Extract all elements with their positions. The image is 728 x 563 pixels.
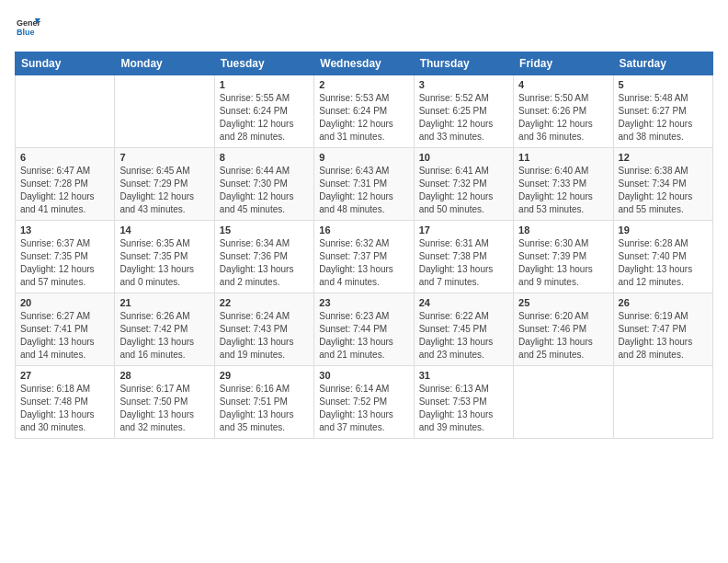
day-info: Sunrise: 6:27 AMSunset: 7:41 PMDaylight:… — [20, 310, 109, 362]
day-number: 23 — [319, 297, 408, 308]
day-number: 11 — [518, 152, 608, 163]
calendar-cell — [115, 75, 214, 148]
day-header-thursday: Thursday — [414, 52, 513, 75]
calendar-week-4: 20Sunrise: 6:27 AMSunset: 7:41 PMDayligh… — [16, 293, 713, 366]
day-info: Sunrise: 6:31 AMSunset: 7:38 PMDaylight:… — [419, 237, 508, 289]
calendar-table: SundayMondayTuesdayWednesdayThursdayFrid… — [15, 52, 713, 439]
calendar-cell: 28Sunrise: 6:17 AMSunset: 7:50 PMDayligh… — [115, 366, 214, 439]
day-number: 14 — [119, 224, 209, 236]
logo: General Blue — [15, 15, 40, 40]
calendar-cell: 23Sunrise: 6:23 AMSunset: 7:44 PMDayligh… — [314, 293, 414, 366]
calendar-cell: 27Sunrise: 6:18 AMSunset: 7:48 PMDayligh… — [16, 366, 115, 439]
calendar-cell: 8Sunrise: 6:44 AMSunset: 7:30 PMDaylight… — [214, 148, 313, 221]
day-header-saturday: Saturday — [613, 52, 712, 75]
day-header-sunday: Sunday — [16, 52, 115, 75]
calendar-cell — [514, 366, 613, 439]
day-info: Sunrise: 6:44 AMSunset: 7:30 PMDaylight:… — [220, 165, 309, 216]
day-info: Sunrise: 6:34 AMSunset: 7:36 PMDaylight:… — [220, 237, 309, 289]
day-info: Sunrise: 6:23 AMSunset: 7:44 PMDaylight:… — [319, 310, 408, 362]
day-number: 22 — [220, 297, 309, 308]
calendar-cell: 25Sunrise: 6:20 AMSunset: 7:46 PMDayligh… — [514, 293, 613, 366]
logo-icon: General Blue — [15, 15, 40, 40]
calendar-cell: 29Sunrise: 6:16 AMSunset: 7:51 PMDayligh… — [214, 366, 313, 439]
day-number: 12 — [619, 152, 708, 163]
day-info: Sunrise: 6:38 AMSunset: 7:34 PMDaylight:… — [619, 165, 708, 216]
day-number: 5 — [619, 79, 708, 90]
day-header-tuesday: Tuesday — [214, 52, 313, 75]
day-number: 29 — [220, 370, 309, 381]
day-number: 2 — [319, 79, 408, 90]
day-info: Sunrise: 6:32 AMSunset: 7:37 PMDaylight:… — [319, 237, 408, 289]
day-header-friday: Friday — [514, 52, 613, 75]
day-number: 31 — [419, 370, 508, 381]
calendar-week-3: 13Sunrise: 6:37 AMSunset: 7:35 PMDayligh… — [16, 221, 713, 293]
calendar-cell — [16, 75, 115, 148]
calendar-cell: 31Sunrise: 6:13 AMSunset: 7:53 PMDayligh… — [414, 366, 513, 439]
day-number: 8 — [220, 152, 309, 163]
calendar-cell: 6Sunrise: 6:47 AMSunset: 7:28 PMDaylight… — [16, 148, 115, 221]
day-info: Sunrise: 5:50 AMSunset: 6:26 PMDaylight:… — [518, 92, 608, 144]
calendar-cell: 2Sunrise: 5:53 AMSunset: 6:24 PMDaylight… — [314, 75, 414, 148]
day-number: 27 — [20, 370, 109, 381]
day-info: Sunrise: 6:16 AMSunset: 7:51 PMDaylight:… — [220, 383, 309, 434]
day-number: 7 — [119, 152, 209, 163]
calendar-cell: 24Sunrise: 6:22 AMSunset: 7:45 PMDayligh… — [414, 293, 513, 366]
calendar-cell: 21Sunrise: 6:26 AMSunset: 7:42 PMDayligh… — [115, 293, 214, 366]
day-info: Sunrise: 6:28 AMSunset: 7:40 PMDaylight:… — [619, 237, 708, 289]
page-header: General Blue — [15, 15, 713, 40]
calendar-cell: 19Sunrise: 6:28 AMSunset: 7:40 PMDayligh… — [613, 221, 712, 293]
day-header-monday: Monday — [115, 52, 214, 75]
day-info: Sunrise: 6:35 AMSunset: 7:35 PMDaylight:… — [119, 237, 209, 289]
day-header-wednesday: Wednesday — [314, 52, 414, 75]
day-number: 13 — [20, 224, 109, 236]
calendar-cell: 13Sunrise: 6:37 AMSunset: 7:35 PMDayligh… — [16, 221, 115, 293]
day-number: 1 — [220, 79, 309, 90]
day-info: Sunrise: 6:13 AMSunset: 7:53 PMDaylight:… — [419, 383, 508, 434]
calendar-cell — [613, 366, 712, 439]
day-number: 21 — [119, 297, 209, 308]
calendar-week-1: 1Sunrise: 5:55 AMSunset: 6:24 PMDaylight… — [16, 75, 713, 148]
day-info: Sunrise: 5:53 AMSunset: 6:24 PMDaylight:… — [319, 92, 408, 144]
day-number: 26 — [619, 297, 708, 308]
day-number: 20 — [20, 297, 109, 308]
calendar-header-row: SundayMondayTuesdayWednesdayThursdayFrid… — [16, 52, 713, 75]
day-number: 10 — [419, 152, 508, 163]
calendar-cell: 18Sunrise: 6:30 AMSunset: 7:39 PMDayligh… — [514, 221, 613, 293]
day-number: 24 — [419, 297, 508, 308]
calendar-cell: 30Sunrise: 6:14 AMSunset: 7:52 PMDayligh… — [314, 366, 414, 439]
day-info: Sunrise: 6:17 AMSunset: 7:50 PMDaylight:… — [119, 383, 209, 434]
calendar-cell: 11Sunrise: 6:40 AMSunset: 7:33 PMDayligh… — [514, 148, 613, 221]
day-number: 25 — [518, 297, 608, 308]
day-info: Sunrise: 6:40 AMSunset: 7:33 PMDaylight:… — [518, 165, 608, 216]
day-info: Sunrise: 6:45 AMSunset: 7:29 PMDaylight:… — [119, 165, 209, 216]
calendar-cell: 3Sunrise: 5:52 AMSunset: 6:25 PMDaylight… — [414, 75, 513, 148]
calendar-cell: 12Sunrise: 6:38 AMSunset: 7:34 PMDayligh… — [613, 148, 712, 221]
day-number: 6 — [20, 152, 109, 163]
calendar-cell: 9Sunrise: 6:43 AMSunset: 7:31 PMDaylight… — [314, 148, 414, 221]
calendar-cell: 16Sunrise: 6:32 AMSunset: 7:37 PMDayligh… — [314, 221, 414, 293]
svg-text:Blue: Blue — [17, 28, 35, 37]
calendar-week-5: 27Sunrise: 6:18 AMSunset: 7:48 PMDayligh… — [16, 366, 713, 439]
day-info: Sunrise: 5:55 AMSunset: 6:24 PMDaylight:… — [220, 92, 309, 144]
calendar-cell: 4Sunrise: 5:50 AMSunset: 6:26 PMDaylight… — [514, 75, 613, 148]
calendar-cell: 7Sunrise: 6:45 AMSunset: 7:29 PMDaylight… — [115, 148, 214, 221]
day-info: Sunrise: 6:41 AMSunset: 7:32 PMDaylight:… — [419, 165, 508, 216]
day-info: Sunrise: 5:48 AMSunset: 6:27 PMDaylight:… — [619, 92, 708, 144]
day-info: Sunrise: 6:18 AMSunset: 7:48 PMDaylight:… — [20, 383, 109, 434]
day-info: Sunrise: 6:19 AMSunset: 7:47 PMDaylight:… — [619, 310, 708, 362]
calendar-cell: 17Sunrise: 6:31 AMSunset: 7:38 PMDayligh… — [414, 221, 513, 293]
day-number: 9 — [319, 152, 408, 163]
calendar-week-2: 6Sunrise: 6:47 AMSunset: 7:28 PMDaylight… — [16, 148, 713, 221]
day-info: Sunrise: 6:47 AMSunset: 7:28 PMDaylight:… — [20, 165, 109, 216]
day-number: 19 — [619, 224, 708, 236]
calendar-cell: 10Sunrise: 6:41 AMSunset: 7:32 PMDayligh… — [414, 148, 513, 221]
day-number: 16 — [319, 224, 408, 236]
day-info: Sunrise: 6:20 AMSunset: 7:46 PMDaylight:… — [518, 310, 608, 362]
day-number: 4 — [518, 79, 608, 90]
day-number: 28 — [119, 370, 209, 381]
day-number: 15 — [220, 224, 309, 236]
day-info: Sunrise: 5:52 AMSunset: 6:25 PMDaylight:… — [419, 92, 508, 144]
calendar-cell: 26Sunrise: 6:19 AMSunset: 7:47 PMDayligh… — [613, 293, 712, 366]
calendar-cell: 20Sunrise: 6:27 AMSunset: 7:41 PMDayligh… — [16, 293, 115, 366]
calendar-cell: 5Sunrise: 5:48 AMSunset: 6:27 PMDaylight… — [613, 75, 712, 148]
